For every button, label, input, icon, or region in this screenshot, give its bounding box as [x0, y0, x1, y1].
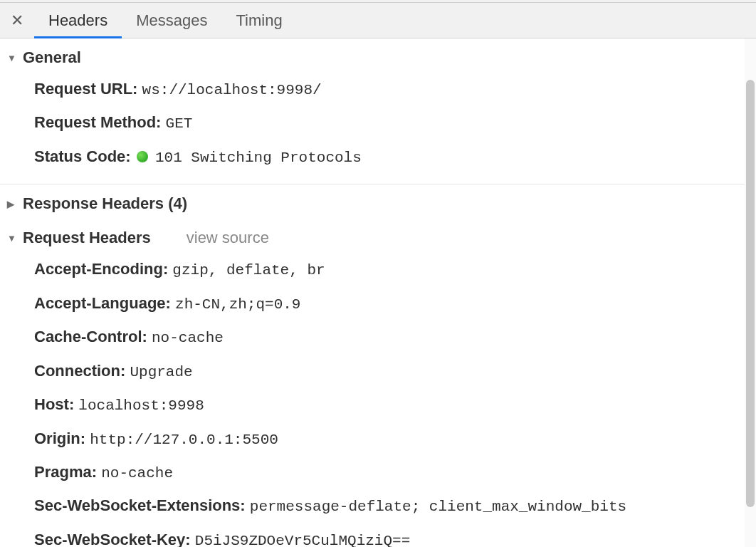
field-value: ws://localhost:9998/ — [142, 82, 322, 98]
general-row: Status Code: 101 Switching Protocols — [34, 140, 756, 174]
field-value: 101 Switching Protocols — [155, 150, 362, 166]
field-value: GET — [166, 115, 193, 132]
general-row: Request URL: ws://localhost:9998/ — [34, 73, 756, 106]
section-title: General — [23, 48, 81, 67]
chevron-down-icon: ▼ — [7, 53, 17, 63]
section-response-headers-header[interactable]: ▶ Response Headers (4) — [0, 184, 756, 219]
section-request-headers-body: Accept-Encoding: gzip, deflate, br Accep… — [0, 253, 756, 547]
section-request-headers-header[interactable]: ▼ Request Headers view source — [0, 219, 756, 253]
section-count: (4) — [168, 194, 187, 212]
field-value: Upgrade — [130, 364, 192, 380]
request-header-row: Pragma: no-cache — [34, 456, 756, 489]
request-header-row: Accept-Language: zh-CN,zh;q=0.9 — [34, 287, 756, 321]
chevron-down-icon: ▼ — [7, 233, 17, 244]
general-row: Request Method: GET — [34, 106, 756, 140]
field-label: Sec-WebSocket-Key: — [34, 531, 191, 547]
request-header-row: Origin: http://127.0.0.1:5500 — [34, 422, 756, 456]
request-header-row: Sec-WebSocket-Extensions: permessage-def… — [34, 489, 756, 523]
status-dot-icon — [137, 151, 148, 162]
tab-headers[interactable]: Headers — [34, 3, 122, 38]
close-icon[interactable]: ✕ — [0, 3, 34, 38]
field-value: permessage-deflate; client_max_window_bi… — [250, 499, 626, 515]
scrollbar-track[interactable] — [745, 38, 756, 547]
field-value: http://127.0.0.1:5500 — [90, 432, 278, 448]
headers-panel: ▼ General Request URL: ws://localhost:99… — [0, 38, 756, 547]
field-label: Accept-Language: — [34, 294, 171, 312]
tab-timing[interactable]: Timing — [221, 3, 296, 38]
field-label: Pragma: — [34, 463, 97, 481]
request-header-row: Connection: Upgrade — [34, 355, 756, 388]
field-label: Host: — [34, 395, 74, 413]
field-label: Connection: — [34, 362, 125, 380]
field-value: gzip, deflate, br — [172, 262, 325, 278]
tab-messages[interactable]: Messages — [122, 3, 221, 38]
field-label: Cache-Control: — [34, 328, 147, 345]
field-value: zh-CN,zh;q=0.9 — [175, 296, 300, 313]
tabs-container: Headers Messages Timing — [34, 3, 297, 38]
section-general-body: Request URL: ws://localhost:9998/ Reques… — [0, 73, 756, 184]
field-value: localhost:9998 — [78, 397, 204, 414]
request-header-row: Cache-Control: no-cache — [34, 321, 756, 354]
field-value: D5iJS9ZDOeVr5CulMQiziQ== — [195, 533, 410, 547]
field-label: Sec-WebSocket-Extensions: — [34, 496, 246, 514]
section-title: Request Headers — [23, 229, 151, 247]
section-general-header[interactable]: ▼ General — [0, 38, 756, 73]
section-title: Response Headers (4) — [23, 194, 187, 213]
field-value: no-cache — [152, 330, 224, 346]
tab-bar: ✕ Headers Messages Timing — [0, 3, 756, 38]
field-label: Request Method: — [34, 113, 161, 131]
field-label: Status Code: — [34, 147, 131, 165]
request-header-row: Host: localhost:9998 — [34, 388, 756, 422]
request-header-row: Sec-WebSocket-Key: D5iJS9ZDOeVr5CulMQizi… — [34, 523, 756, 547]
field-label: Accept-Encoding: — [34, 260, 168, 278]
view-source-link[interactable]: view source — [187, 229, 269, 247]
field-value: no-cache — [101, 465, 173, 481]
scrollbar-thumb[interactable] — [746, 80, 755, 507]
chevron-right-icon: ▶ — [7, 199, 17, 209]
field-label: Origin: — [34, 429, 85, 447]
request-header-row: Accept-Encoding: gzip, deflate, br — [34, 253, 756, 286]
field-label: Request URL: — [34, 80, 137, 98]
section-title-text: Response Headers — [23, 194, 164, 212]
